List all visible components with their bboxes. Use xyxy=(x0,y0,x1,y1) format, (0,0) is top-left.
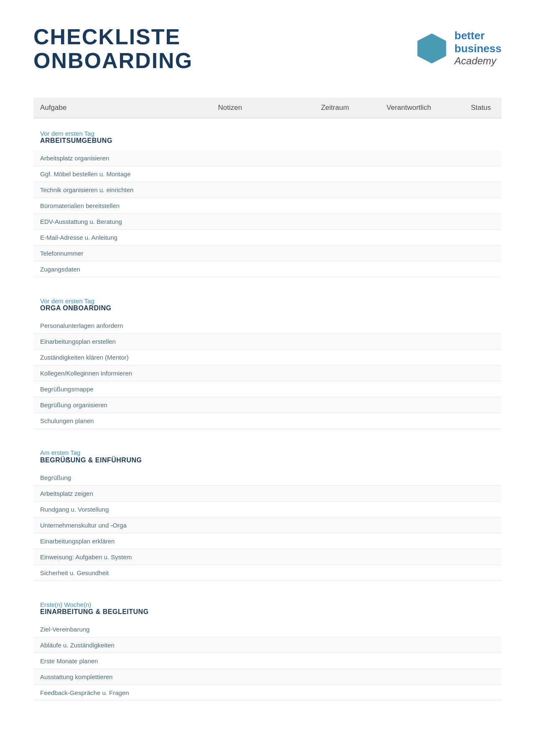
table-row: Erste Monate planen xyxy=(33,653,502,669)
task-label: Einarbeitungsplan erstellen xyxy=(33,334,211,350)
task-cell xyxy=(314,565,380,581)
task-label: Rundgang u. Vorstellung xyxy=(33,502,211,518)
task-label: Arbeitsplatz organisieren xyxy=(33,150,211,166)
task-cell xyxy=(380,549,464,565)
table-row: Arbeitsplatz zeigen xyxy=(33,486,502,502)
task-cell xyxy=(211,685,314,701)
task-label: Kollegen/Kolleginnen informieren xyxy=(33,365,211,381)
task-cell xyxy=(380,413,464,429)
logo-hexagon-icon xyxy=(415,32,448,65)
task-cell xyxy=(464,669,502,685)
task-cell xyxy=(464,486,502,502)
task-cell xyxy=(464,182,502,198)
table-header-row: Aufgabe Notizen Zeitraum Verantwortlich … xyxy=(33,98,502,118)
task-label: Begrüßung organisieren xyxy=(33,397,211,413)
task-cell xyxy=(464,214,502,230)
task-cell xyxy=(464,549,502,565)
table-row: Telefonnummer xyxy=(33,246,502,261)
task-label: Ausstattung komplettieren xyxy=(33,669,211,685)
task-cell xyxy=(464,230,502,246)
task-cell xyxy=(314,486,380,502)
task-cell xyxy=(211,318,314,334)
task-cell xyxy=(380,166,464,182)
page-header: CHECKLISTE ONBOARDING better business Ac… xyxy=(33,25,502,73)
task-cell xyxy=(380,350,464,365)
task-cell xyxy=(314,182,380,198)
task-cell xyxy=(314,365,380,381)
task-cell xyxy=(211,518,314,533)
task-cell xyxy=(380,182,464,198)
task-cell xyxy=(211,230,314,246)
title-block: CHECKLISTE ONBOARDING xyxy=(33,25,193,73)
logo-academy: Academy xyxy=(454,55,502,67)
section-subtitle: Vor dem ersten Tag xyxy=(40,297,495,304)
task-cell xyxy=(380,486,464,502)
task-cell xyxy=(211,413,314,429)
title-line2: ONBOARDING xyxy=(33,49,193,73)
task-label: EDV-Ausstattung u. Beratung xyxy=(33,214,211,230)
task-cell xyxy=(211,261,314,277)
section-subtitle: Vor dem ersten Tag xyxy=(40,130,495,137)
task-label: Zuständigkeiten klären (Mentor) xyxy=(33,350,211,365)
task-cell xyxy=(314,318,380,334)
task-cell xyxy=(211,653,314,669)
section-header-row: Vor dem ersten TagORGA ONBOARDING xyxy=(33,286,502,315)
task-cell xyxy=(314,470,380,486)
task-cell xyxy=(464,246,502,261)
task-cell xyxy=(464,502,502,518)
col-header-notizen: Notizen xyxy=(211,98,314,118)
task-label: Sicherheit u. Gesundheit xyxy=(33,565,211,581)
task-cell xyxy=(314,502,380,518)
task-label: Abläufe u. Zuständigkeiten xyxy=(33,637,211,653)
col-header-zeitraum: Zeitraum xyxy=(314,98,380,118)
task-cell xyxy=(314,198,380,214)
table-row: Ggf. Möbel bestellen u. Montage xyxy=(33,166,502,182)
task-cell xyxy=(314,166,380,182)
task-cell xyxy=(464,365,502,381)
task-cell xyxy=(464,150,502,166)
section-header-row: Am ersten TagBEGRÜẞUNG & EINFÜHRUNG xyxy=(33,437,502,467)
col-header-verantwortlich: Verantwortlich xyxy=(380,98,464,118)
task-label: Telefonnummer xyxy=(33,246,211,261)
task-cell xyxy=(464,685,502,701)
table-row: Rundgang u. Vorstellung xyxy=(33,502,502,518)
task-cell xyxy=(211,549,314,565)
task-cell xyxy=(314,381,380,397)
table-row: Einweisung: Aufgaben u. System xyxy=(33,549,502,565)
task-cell xyxy=(314,669,380,685)
task-cell xyxy=(314,549,380,565)
col-header-aufgabe: Aufgabe xyxy=(33,98,211,118)
task-cell xyxy=(380,261,464,277)
section-header-cell: Erste(n) Woche(n)EINARBEITUNG & BEGLEITU… xyxy=(33,589,502,618)
task-label: Personalunterlagen anfordern xyxy=(33,318,211,334)
table-row: Einarbeitungsplan erklären xyxy=(33,533,502,549)
task-cell xyxy=(211,198,314,214)
task-cell xyxy=(211,470,314,486)
task-cell xyxy=(211,397,314,413)
task-label: Zugangsdaten xyxy=(33,261,211,277)
table-row: Arbeitsplatz organisieren xyxy=(33,150,502,166)
task-cell xyxy=(314,397,380,413)
col-header-status: Status xyxy=(464,98,502,118)
task-cell xyxy=(380,685,464,701)
section-header-row: Erste(n) Woche(n)EINARBEITUNG & BEGLEITU… xyxy=(33,589,502,618)
table-row: Begrüßung organisieren xyxy=(33,397,502,413)
logo-block: better business Academy xyxy=(415,29,502,67)
task-cell xyxy=(211,350,314,365)
task-cell xyxy=(380,230,464,246)
task-cell xyxy=(380,150,464,166)
task-cell xyxy=(464,397,502,413)
logo-text: better business Academy xyxy=(454,29,502,67)
task-cell xyxy=(464,166,502,182)
task-label: Schulungen planen xyxy=(33,413,211,429)
logo-better: better xyxy=(454,29,502,42)
task-cell xyxy=(380,565,464,581)
table-row: Ziel-Vereinbarung xyxy=(33,622,502,637)
task-cell xyxy=(314,246,380,261)
task-cell xyxy=(314,413,380,429)
task-cell xyxy=(464,198,502,214)
section-title: ARBEITSUMGEBUNG xyxy=(40,137,495,145)
task-cell xyxy=(314,334,380,350)
task-cell xyxy=(211,622,314,637)
table-row: Ausstattung komplettieren xyxy=(33,669,502,685)
